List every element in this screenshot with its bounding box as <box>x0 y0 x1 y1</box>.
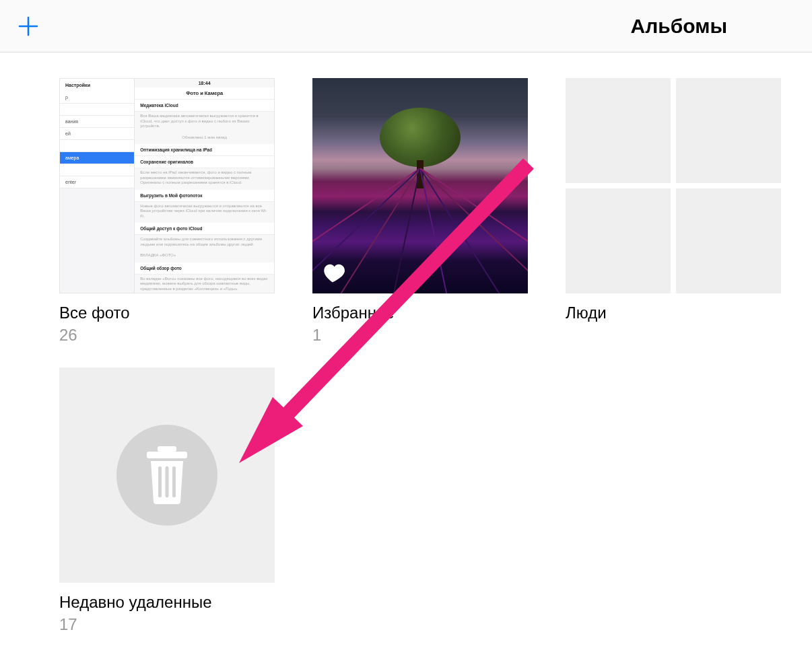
settings-main: 18:44 Фото и Камера Медиатека iCloud Вся… <box>135 79 274 293</box>
settings-item: Общий доступ к фото iCloud <box>135 223 274 235</box>
albums-grid: Настройки р вания ей амера enter 18:44 Ф… <box>59 78 753 634</box>
album-recently-deleted[interactable]: Недавно удаленные 17 <box>59 367 275 634</box>
settings-desc: Новые фото автоматически выгружаются и о… <box>135 202 274 223</box>
settings-desc: Обновлено 1 мин назад <box>135 133 274 145</box>
svg-rect-14 <box>172 466 176 497</box>
svg-rect-12 <box>158 466 162 497</box>
album-count: 26 <box>59 326 275 345</box>
svg-line-4 <box>339 168 420 293</box>
people-tile <box>676 188 781 293</box>
settings-item: Сохранение оригиналов <box>135 156 274 168</box>
album-title: Избранное <box>312 303 528 323</box>
settings-desc: Вся Ваша медиатека автоматически выгружа… <box>135 112 274 133</box>
settings-row: вания <box>60 116 134 128</box>
settings-desc: Если место на iPad заканчивается, фото и… <box>135 168 274 190</box>
page-title: Альбомы <box>631 15 727 38</box>
album-people[interactable]: Люди <box>566 78 781 345</box>
trash-icon <box>143 446 191 504</box>
settings-desc: Во вкладке «Фото» показаны все фото, нах… <box>135 275 274 294</box>
plus-icon <box>18 15 39 37</box>
settings-item: Медиатека iCloud <box>135 100 274 112</box>
album-title: Недавно удаленные <box>59 592 275 612</box>
settings-main-head: Фото и Камера <box>135 87 274 100</box>
svg-rect-11 <box>147 452 187 458</box>
album-thumbnail: Настройки р вания ей амера enter 18:44 Ф… <box>59 78 275 293</box>
svg-rect-13 <box>166 466 169 497</box>
settings-sidebar: Настройки р вания ей амера enter <box>60 79 135 293</box>
add-album-button[interactable] <box>16 14 40 38</box>
settings-row: enter <box>60 176 134 188</box>
settings-row <box>60 164 134 176</box>
status-time: 18:44 <box>135 79 274 87</box>
heart-icon <box>322 262 346 284</box>
people-tile <box>566 188 671 293</box>
album-thumbnail <box>566 78 781 293</box>
album-count: 1 <box>312 326 528 345</box>
album-all-photos[interactable]: Настройки р вания ей амера enter 18:44 Ф… <box>59 78 275 345</box>
svg-line-6 <box>420 168 447 293</box>
people-tile <box>566 78 671 183</box>
svg-line-7 <box>420 168 501 293</box>
album-thumbnail <box>59 367 275 583</box>
settings-row-selected: амера <box>60 152 134 164</box>
svg-line-9 <box>420 168 528 293</box>
settings-sidebar-head: Настройки <box>60 79 134 92</box>
svg-rect-10 <box>158 446 176 452</box>
settings-row <box>60 140 134 152</box>
svg-line-5 <box>393 168 420 293</box>
settings-item: Оптимизация хранилища на iPad <box>135 144 274 156</box>
album-count: 17 <box>59 615 275 634</box>
header-bar: Альбомы <box>0 0 812 52</box>
album-title: Все фото <box>59 303 275 323</box>
settings-row: ей <box>60 128 134 140</box>
settings-row: р <box>60 92 134 104</box>
albums-content: Настройки р вания ей амера enter 18:44 Ф… <box>0 52 812 660</box>
settings-desc: Создавайте альбомы для совместного испол… <box>135 235 274 251</box>
album-title: Люди <box>566 303 781 323</box>
settings-row <box>60 104 134 116</box>
settings-item: Выгрузить в Мой фотопоток <box>135 190 274 202</box>
settings-item: Общий обзор фото <box>135 262 274 275</box>
settings-desc: ВКЛАДКА «ФОТО» <box>135 251 274 262</box>
album-favorites[interactable]: Избранное 1 <box>312 78 528 345</box>
people-tile <box>676 78 781 183</box>
album-thumbnail <box>312 78 528 293</box>
trash-circle <box>116 425 217 526</box>
